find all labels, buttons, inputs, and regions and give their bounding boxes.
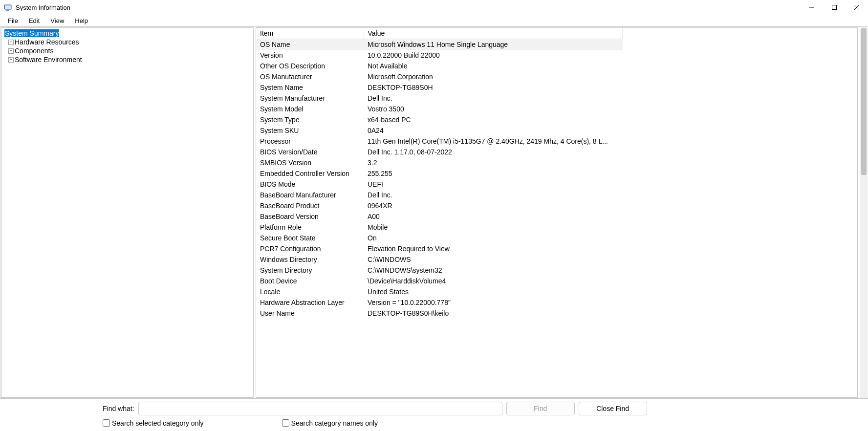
table-row[interactable]: BaseBoard VersionA00 bbox=[256, 211, 623, 222]
cell-item: User Name bbox=[256, 308, 364, 319]
svg-rect-4 bbox=[832, 5, 837, 10]
table-row[interactable]: Other OS DescriptionNot Available bbox=[256, 61, 623, 71]
cell-value: C:\WINDOWS\system32 bbox=[364, 265, 623, 276]
table-row[interactable]: BaseBoard Product0964XR bbox=[256, 200, 623, 211]
cell-value: 255.255 bbox=[364, 168, 623, 179]
detail-pane: Item Value OS NameMicrosoft Windows 11 H… bbox=[256, 27, 858, 398]
window-title: System Information bbox=[16, 4, 70, 11]
cell-value: Version = "10.0.22000.778" bbox=[364, 297, 623, 308]
menu-view[interactable]: View bbox=[45, 16, 69, 25]
table-row[interactable]: System NameDESKTOP-TG89S0H bbox=[256, 82, 623, 93]
table-row[interactable]: System SKU0A24 bbox=[256, 125, 623, 136]
table-row[interactable]: Hardware Abstraction LayerVersion = "10.… bbox=[256, 297, 623, 308]
close-find-button[interactable]: Close Find bbox=[579, 402, 647, 415]
maximize-button[interactable] bbox=[823, 0, 846, 15]
cell-item: System SKU bbox=[256, 125, 364, 136]
cell-item: PCR7 Configuration bbox=[256, 243, 364, 254]
cell-item: System Type bbox=[256, 114, 364, 125]
table-row[interactable]: Windows DirectoryC:\WINDOWS bbox=[256, 254, 623, 265]
search-selected-category-checkbox[interactable]: Search selected category only bbox=[103, 419, 204, 427]
table-row[interactable]: SMBIOS Version3.2 bbox=[256, 157, 623, 168]
cell-value: Microsoft Windows 11 Home Single Languag… bbox=[364, 39, 623, 50]
cell-item: BIOS Version/Date bbox=[256, 147, 364, 157]
cell-item: System Directory bbox=[256, 265, 364, 276]
expand-icon[interactable] bbox=[8, 40, 14, 45]
svg-line-5 bbox=[854, 5, 859, 10]
find-button[interactable]: Find bbox=[506, 402, 575, 415]
table-row[interactable]: Processor11th Gen Intel(R) Core(TM) i5-1… bbox=[256, 136, 623, 147]
tree-pane[interactable]: System Summary Hardware ResourcesCompone… bbox=[1, 27, 254, 398]
table-row[interactable]: OS ManufacturerMicrosoft Corporation bbox=[256, 71, 623, 82]
tree-item[interactable]: Software Environment bbox=[1, 55, 253, 64]
tree-item[interactable]: Hardware Resources bbox=[1, 38, 253, 46]
cell-item: BaseBoard Product bbox=[256, 200, 364, 211]
expand-icon[interactable] bbox=[8, 57, 14, 63]
cell-item: OS Manufacturer bbox=[256, 71, 364, 82]
cell-value: DESKTOP-TG89S0H\keilo bbox=[364, 308, 623, 319]
table-row[interactable]: Embedded Controller Version255.255 bbox=[256, 168, 623, 179]
table-row[interactable]: System DirectoryC:\WINDOWS\system32 bbox=[256, 265, 623, 276]
cell-value: \Device\HarddiskVolume4 bbox=[364, 276, 623, 286]
table-row[interactable]: LocaleUnited States bbox=[256, 286, 623, 297]
table-row[interactable]: PCR7 ConfigurationElevation Required to … bbox=[256, 243, 623, 254]
cell-value: Mobile bbox=[364, 222, 623, 233]
close-button[interactable] bbox=[846, 0, 868, 15]
cell-value: 11th Gen Intel(R) Core(TM) i5-1135G7 @ 2… bbox=[364, 136, 623, 147]
cell-value: Not Available bbox=[364, 61, 623, 71]
cell-item: System Name bbox=[256, 82, 364, 93]
cell-value: UEFI bbox=[364, 179, 623, 190]
tree-item-label: Software Environment bbox=[15, 56, 82, 64]
cell-item: Processor bbox=[256, 136, 364, 147]
cell-item: SMBIOS Version bbox=[256, 157, 364, 168]
table-row[interactable]: Version10.0.22000 Build 22000 bbox=[256, 50, 623, 61]
table-row[interactable]: BaseBoard ManufacturerDell Inc. bbox=[256, 190, 623, 200]
tree-item-label: Hardware Resources bbox=[15, 38, 79, 46]
cell-value: 0A24 bbox=[364, 125, 623, 136]
expand-icon[interactable] bbox=[8, 48, 14, 54]
column-header-item[interactable]: Item bbox=[256, 28, 364, 39]
vertical-scrollbar[interactable] bbox=[860, 27, 868, 398]
detail-table[interactable]: Item Value OS NameMicrosoft Windows 11 H… bbox=[256, 28, 623, 397]
cell-item: System Model bbox=[256, 104, 364, 114]
cell-value: 10.0.22000 Build 22000 bbox=[364, 50, 623, 61]
cell-value: Dell Inc. bbox=[364, 93, 623, 104]
cell-value: 0964XR bbox=[364, 200, 623, 211]
table-row[interactable]: Secure Boot StateOn bbox=[256, 233, 623, 243]
tree-item-system-summary[interactable]: System Summary bbox=[1, 29, 253, 38]
cell-value: Dell Inc. 1.17.0, 08-07-2022 bbox=[364, 147, 623, 157]
table-row[interactable]: System Typex64-based PC bbox=[256, 114, 623, 125]
cell-value: x64-based PC bbox=[364, 114, 623, 125]
cell-item: BIOS Mode bbox=[256, 179, 364, 190]
cell-value: C:\WINDOWS bbox=[364, 254, 623, 265]
searchbar: Find what: Find Close Find Search select… bbox=[0, 399, 868, 431]
column-header-value[interactable]: Value bbox=[364, 28, 623, 39]
table-row[interactable]: Platform RoleMobile bbox=[256, 222, 623, 233]
cell-value: Microsoft Corporation bbox=[364, 71, 623, 82]
menu-help[interactable]: Help bbox=[70, 16, 93, 25]
cell-value: Dell Inc. bbox=[364, 190, 623, 200]
table-row[interactable]: System ManufacturerDell Inc. bbox=[256, 93, 623, 104]
cell-item: OS Name bbox=[256, 39, 364, 50]
search-category-names-checkbox[interactable]: Search category names only bbox=[282, 419, 378, 427]
svg-rect-2 bbox=[6, 10, 9, 11]
cell-item: Version bbox=[256, 50, 364, 61]
table-row[interactable]: BIOS Version/DateDell Inc. 1.17.0, 08-07… bbox=[256, 147, 623, 157]
menu-edit[interactable]: Edit bbox=[24, 16, 44, 25]
table-row[interactable]: Boot Device\Device\HarddiskVolume4 bbox=[256, 276, 623, 286]
minimize-button[interactable] bbox=[801, 0, 823, 15]
find-what-label: Find what: bbox=[103, 405, 134, 412]
app-icon bbox=[4, 3, 12, 11]
cell-item: BaseBoard Version bbox=[256, 211, 364, 222]
table-row[interactable]: System ModelVostro 3500 bbox=[256, 104, 623, 114]
cell-item: Platform Role bbox=[256, 222, 364, 233]
table-row[interactable]: User NameDESKTOP-TG89S0H\keilo bbox=[256, 308, 623, 319]
scrollbar-thumb[interactable] bbox=[861, 28, 867, 175]
table-row[interactable]: OS NameMicrosoft Windows 11 Home Single … bbox=[256, 39, 623, 50]
cell-item: System Manufacturer bbox=[256, 93, 364, 104]
table-row[interactable]: BIOS ModeUEFI bbox=[256, 179, 623, 190]
tree-item[interactable]: Components bbox=[1, 46, 253, 55]
checkbox-label: Search category names only bbox=[291, 419, 378, 427]
cell-item: Hardware Abstraction Layer bbox=[256, 297, 364, 308]
menu-file[interactable]: File bbox=[3, 16, 23, 25]
find-what-input[interactable] bbox=[138, 402, 502, 415]
